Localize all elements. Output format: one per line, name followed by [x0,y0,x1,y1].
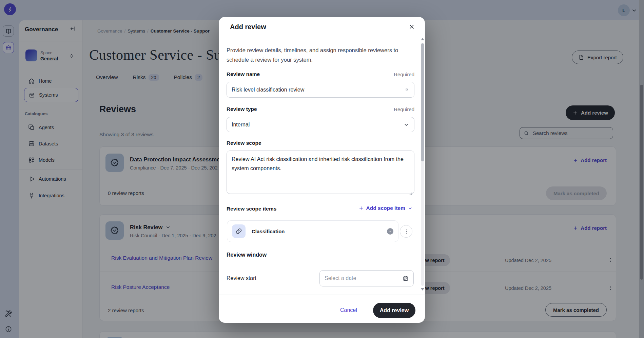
required-label: Required [394,72,414,77]
auto-bolt-icon [387,228,393,235]
review-window-heading: Review window [227,252,267,258]
review-start-label: Review start [227,275,256,281]
review-start-date-field[interactable]: Select a date [319,270,414,286]
review-name-input[interactable] [227,82,414,98]
link-icon [232,224,246,238]
modal-scrollbar[interactable] [421,38,424,291]
divider [219,36,425,36]
review-type-label: Review type [227,106,257,112]
calendar-icon [403,275,409,281]
modal-add-review-button[interactable]: Add review [373,303,415,318]
app-window: L Governance Space General Home System [0,0,644,338]
required-label: Required [394,106,414,112]
review-scope-label: Review scope [227,140,261,146]
scroll-down-icon[interactable] [421,288,424,291]
review-type-value: Internal [232,122,250,128]
add-review-modal: Add review Provide review details, timel… [219,17,425,323]
close-icon[interactable] [406,21,417,33]
review-scope-label-row: Review scope [227,140,414,146]
plus-icon [358,205,364,211]
modal-scrollbar-thumb[interactable] [421,43,424,161]
scope-item-name: Classification [252,228,381,234]
cancel-button[interactable]: Cancel [337,305,360,315]
modal-description: Provide review details, timelines, and a… [227,46,403,64]
divider [219,295,425,295]
review-type-label-row: Review type Required [227,106,414,112]
review-type-select[interactable]: Internal [227,117,414,132]
chevron-down-icon [408,206,413,211]
scope-item-classification: Classification [227,220,398,242]
review-name-label-row: Review name Required [227,71,414,77]
scroll-up-icon[interactable] [421,38,424,40]
modal-title: Add review [230,23,266,31]
scope-items-label: Review scope items [227,206,276,212]
review-name-label: Review name [227,71,260,77]
date-placeholder: Select a date [325,275,356,281]
review-scope-textarea[interactable]: Review AI Act risk classification and in… [227,151,414,194]
resize-handle-icon [409,192,413,196]
add-scope-item-button[interactable]: Add scope item [358,205,413,211]
input-adornment-icon [404,86,410,93]
chevron-down-icon [403,122,409,128]
scope-item-menu-button[interactable] [400,225,412,238]
